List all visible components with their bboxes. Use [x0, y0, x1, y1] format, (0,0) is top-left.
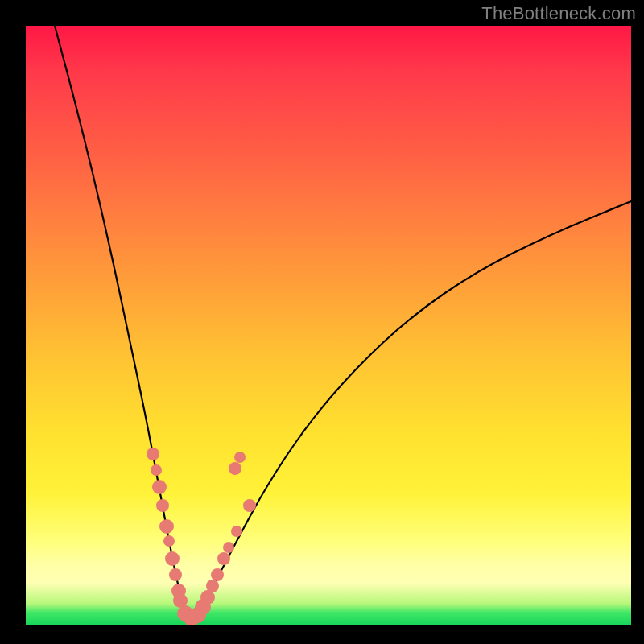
data-marker — [217, 552, 230, 565]
data-marker — [169, 568, 182, 581]
data-marker — [159, 519, 174, 534]
data-marker — [156, 499, 169, 512]
data-marker — [151, 464, 162, 476]
marker-group — [147, 448, 256, 625]
chart-svg — [26, 26, 631, 625]
data-marker — [165, 551, 180, 566]
data-marker — [152, 480, 167, 494]
data-marker — [223, 542, 234, 553]
data-marker — [231, 526, 242, 537]
chart-stage: TheBottleneck.com — [0, 0, 644, 644]
data-marker — [147, 448, 159, 460]
plot-area — [26, 26, 631, 625]
curve-right — [190, 201, 631, 619]
data-marker — [243, 499, 256, 512]
watermark-text: TheBottleneck.com — [481, 3, 636, 24]
data-marker — [211, 568, 224, 581]
data-marker — [163, 535, 175, 547]
data-marker — [229, 462, 242, 475]
data-marker — [234, 452, 246, 463]
data-marker — [206, 580, 219, 592]
